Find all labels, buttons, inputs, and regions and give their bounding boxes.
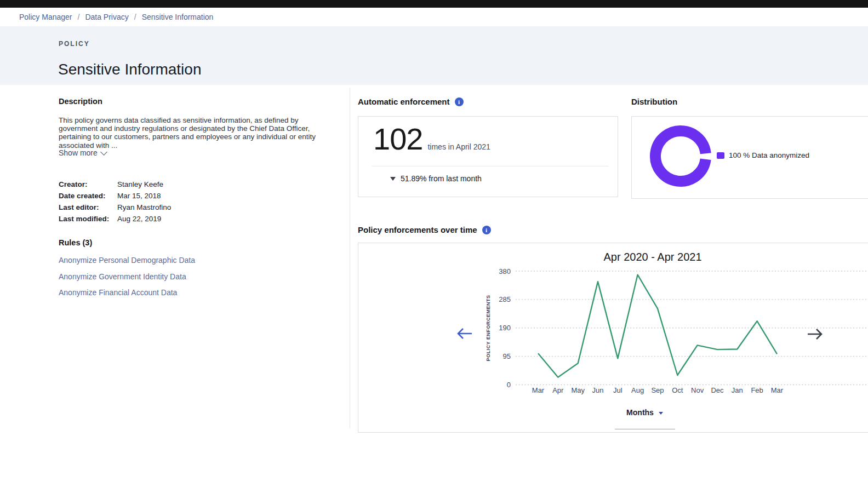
breadcrumb-data-privacy[interactable]: Data Privacy <box>85 13 128 21</box>
show-more-button[interactable]: Show more <box>59 148 106 157</box>
meta-row-last-modified: Last modified: Aug 22, 2019 <box>59 213 171 225</box>
rule-list-item: Anonymize Financial Account Data <box>59 288 195 297</box>
x-tick-label: Sep <box>651 386 664 394</box>
main-content: Description This policy governs data cla… <box>0 85 868 488</box>
x-tick-label: Feb <box>751 386 763 394</box>
y-tick-label: 285 <box>499 295 511 303</box>
legend-label: 100 % Data anonymized <box>729 151 809 159</box>
page-title: Sensitive Information <box>58 61 201 78</box>
meta-row-creator: Creator: Stanley Keefe <box>59 179 171 190</box>
page-header: POLICY Sensitive Information <box>0 26 868 85</box>
description-heading: Description <box>59 97 102 106</box>
distribution-heading: Distribution <box>631 97 677 106</box>
x-tick-label: Oct <box>672 386 683 394</box>
info-icon[interactable]: i <box>455 97 464 106</box>
policy-metadata: Creator: Stanley Keefe Date created: Mar… <box>59 179 171 225</box>
enforcement-delta: 51.89% from last month <box>390 174 482 183</box>
rule-list-item: Anonymize Personal Demographic Data <box>59 255 195 265</box>
breadcrumb-separator: / <box>78 13 80 21</box>
window-top-bar <box>0 0 868 8</box>
distribution-title: Distribution <box>631 97 677 106</box>
y-tick-label: 0 <box>507 381 511 389</box>
interval-dropdown-underline <box>615 429 675 429</box>
meta-value: Stanley Keefe <box>117 179 163 190</box>
meta-value: Aug 22, 2019 <box>117 213 161 225</box>
breadcrumb-separator: / <box>134 13 136 21</box>
y-tick-label: 380 <box>499 267 511 275</box>
caret-down-icon <box>659 412 663 415</box>
enforcement-count-row: 102 times in April 2021 <box>373 121 490 157</box>
enforcement-delta-text: 51.89% from last month <box>401 174 482 183</box>
breadcrumb-sensitive-information[interactable]: Sensitive Information <box>142 13 214 21</box>
x-tick-label: Nov <box>691 386 704 394</box>
column-divider <box>350 88 350 428</box>
donut-chart <box>646 122 717 190</box>
enforcements-chart-card: Apr 2020 - Apr 2021 POLICY ENFORCEMENTS … <box>358 243 868 433</box>
distribution-card: 100 % Data anonymized <box>631 116 868 199</box>
meta-value: Mar 15, 2018 <box>117 190 161 202</box>
line-chart: 095190285380MarAprMayJunJulAugSepOctNovD… <box>358 243 868 432</box>
arrow-left-icon <box>456 327 473 340</box>
breadcrumb-policy-manager[interactable]: Policy Manager <box>19 13 72 21</box>
y-tick-label: 95 <box>503 352 511 360</box>
interval-dropdown-label: Months <box>626 408 654 417</box>
x-tick-label: Mar <box>771 386 784 394</box>
x-tick-label: Jul <box>613 386 623 394</box>
chevron-down-icon <box>100 148 107 156</box>
decrease-arrow-icon <box>390 177 396 181</box>
x-tick-label: May <box>571 386 585 394</box>
show-more-label: Show more <box>59 148 98 157</box>
automatic-enforcement-card: 102 times in April 2021 51.89% from last… <box>358 116 618 197</box>
info-icon[interactable]: i <box>482 226 491 234</box>
y-tick-label: 190 <box>499 324 511 332</box>
donut-legend: 100 % Data anonymized <box>717 151 809 159</box>
enforcements-line-series <box>538 275 777 377</box>
x-tick-label: Dec <box>711 386 724 394</box>
rules-heading: Rules (3) <box>59 238 92 247</box>
enforcements-over-time-title: Policy enforcements over time <box>358 225 477 234</box>
prev-period-button[interactable] <box>456 327 473 342</box>
interval-dropdown[interactable]: Months <box>599 408 690 417</box>
enforcement-count-caption: times in April 2021 <box>427 142 490 151</box>
legend-swatch-icon <box>717 152 724 159</box>
arrow-right-icon <box>806 328 824 341</box>
meta-row-last-editor: Last editor: Ryan Mastrofino <box>59 202 171 213</box>
card-divider <box>372 166 609 167</box>
policy-detail-page: Policy Manager / Data Privacy / Sensitiv… <box>0 0 868 488</box>
description-text: This policy governs data classified as s… <box>59 116 334 150</box>
x-tick-label: Apr <box>552 386 564 394</box>
next-period-button[interactable] <box>806 328 824 342</box>
meta-label: Creator: <box>59 179 117 190</box>
rule-link-financial-account[interactable]: Anonymize Financial Account Data <box>59 288 177 297</box>
meta-label: Last editor: <box>59 202 117 213</box>
rules-list: Anonymize Personal Demographic Data Anon… <box>59 255 195 304</box>
breadcrumb: Policy Manager / Data Privacy / Sensitiv… <box>0 8 868 26</box>
meta-label: Date created: <box>59 190 117 202</box>
policy-eyebrow-label: POLICY <box>59 40 90 48</box>
automatic-enforcement-heading: Automatic enforcement i <box>358 97 464 106</box>
x-tick-label: Jun <box>592 386 604 394</box>
x-tick-label: Jan <box>732 386 743 394</box>
rule-link-government-identity[interactable]: Anonymize Government Identity Data <box>59 272 186 281</box>
rule-link-personal-demographic[interactable]: Anonymize Personal Demographic Data <box>59 256 195 265</box>
x-tick-label: Mar <box>532 386 545 394</box>
rule-list-item: Anonymize Government Identity Data <box>59 272 195 282</box>
enforcements-over-time-heading: Policy enforcements over time i <box>358 225 491 234</box>
meta-row-date-created: Date created: Mar 15, 2018 <box>59 190 171 202</box>
enforcement-count: 102 <box>373 121 422 157</box>
x-tick-label: Aug <box>631 386 644 394</box>
automatic-enforcement-title: Automatic enforcement <box>358 97 450 106</box>
meta-label: Last modified: <box>59 213 117 225</box>
meta-value: Ryan Mastrofino <box>117 202 171 213</box>
